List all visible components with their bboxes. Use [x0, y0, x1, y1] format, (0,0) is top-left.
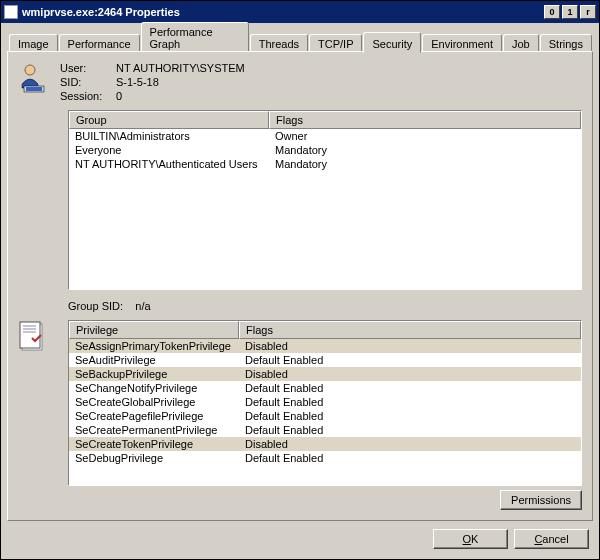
tab-tcp-ip[interactable]: TCP/IP: [309, 34, 362, 52]
table-row[interactable]: SeCreatePagefilePrivilegeDefault Enabled: [69, 409, 581, 423]
privilege-icon: [18, 320, 50, 510]
privilege-flags: Disabled: [239, 339, 581, 353]
privilege-flags: Default Enabled: [239, 353, 581, 367]
tab-strings[interactable]: Strings: [540, 34, 592, 52]
svg-point-0: [25, 65, 35, 75]
privilege-flags: Default Enabled: [239, 451, 581, 465]
group-name: NT AUTHORITY\Authenticated Users: [69, 157, 269, 171]
privilege-name: SeDebugPrivilege: [69, 451, 239, 465]
table-row[interactable]: BUILTIN\AdministratorsOwner: [69, 129, 581, 143]
tab-performance[interactable]: Performance: [59, 34, 140, 52]
permissions-button[interactable]: Permissions: [500, 490, 582, 510]
group-name: BUILTIN\Administrators: [69, 129, 269, 143]
ok-button[interactable]: OK: [433, 529, 508, 549]
maximize-button[interactable]: 1: [562, 5, 578, 19]
table-row[interactable]: SeBackupPrivilegeDisabled: [69, 367, 581, 381]
security-info: User: NT AUTHORITY\SYSTEM SID: S-1-5-18 …: [60, 62, 245, 102]
app-icon: [4, 5, 18, 19]
group-sid-label: Group SID:: [68, 300, 123, 312]
privilege-name: SeCreatePermanentPrivilege: [69, 423, 239, 437]
group-flags: Mandatory: [269, 143, 581, 157]
privilege-name: SeBackupPrivilege: [69, 367, 239, 381]
user-label: User:: [60, 62, 110, 74]
tab-image[interactable]: Image: [9, 34, 58, 52]
privilege-name: SeAuditPrivilege: [69, 353, 239, 367]
privilege-flags: Disabled: [239, 367, 581, 381]
groups-header-flags[interactable]: Flags: [269, 111, 581, 129]
priv-header-flags[interactable]: Flags: [239, 321, 581, 339]
table-row[interactable]: SeAssignPrimaryTokenPrivilegeDisabled: [69, 339, 581, 353]
table-row[interactable]: SeAuditPrivilegeDefault Enabled: [69, 353, 581, 367]
group-name: Everyone: [69, 143, 269, 157]
tabstrip: ImagePerformancePerformance GraphThreads…: [7, 29, 593, 51]
sid-value: S-1-5-18: [116, 76, 245, 88]
privilege-flags: Default Enabled: [239, 381, 581, 395]
minimize-button[interactable]: 0: [544, 5, 560, 19]
close-button[interactable]: r: [580, 5, 596, 19]
groups-header-group[interactable]: Group: [69, 111, 269, 129]
table-row[interactable]: SeDebugPrivilegeDefault Enabled: [69, 451, 581, 465]
group-flags: Owner: [269, 129, 581, 143]
privilege-flags: Default Enabled: [239, 423, 581, 437]
tab-environment[interactable]: Environment: [422, 34, 502, 52]
session-value: 0: [116, 90, 245, 102]
table-row[interactable]: SeCreatePermanentPrivilegeDefault Enable…: [69, 423, 581, 437]
privilege-name: SeCreateTokenPrivilege: [69, 437, 239, 451]
privilege-flags: Default Enabled: [239, 395, 581, 409]
sid-label: SID:: [60, 76, 110, 88]
table-row[interactable]: SeCreateGlobalPrivilegeDefault Enabled: [69, 395, 581, 409]
privilege-flags: Disabled: [239, 437, 581, 451]
priv-header-privilege[interactable]: Privilege: [69, 321, 239, 339]
svg-rect-2: [26, 87, 42, 91]
privilege-name: SeCreateGlobalPrivilege: [69, 395, 239, 409]
security-tab-panel: User: NT AUTHORITY\SYSTEM SID: S-1-5-18 …: [7, 51, 593, 521]
session-label: Session:: [60, 90, 110, 102]
properties-window: wmiprvse.exe:2464 Properties 0 1 r Image…: [0, 0, 600, 560]
table-row[interactable]: NT AUTHORITY\Authenticated UsersMandator…: [69, 157, 581, 171]
table-row[interactable]: SeChangeNotifyPrivilegeDefault Enabled: [69, 381, 581, 395]
group-sid-value: n/a: [135, 300, 150, 312]
titlebar[interactable]: wmiprvse.exe:2464 Properties 0 1 r: [1, 1, 599, 23]
groups-list[interactable]: Group Flags BUILTIN\AdministratorsOwnerE…: [68, 110, 582, 290]
privileges-list[interactable]: Privilege Flags SeAssignPrimaryTokenPriv…: [68, 320, 582, 486]
user-icon: [18, 62, 50, 94]
dialog-buttons: OK Cancel: [7, 521, 593, 553]
tab-threads[interactable]: Threads: [250, 34, 308, 52]
user-value: NT AUTHORITY\SYSTEM: [116, 62, 245, 74]
cancel-button[interactable]: Cancel: [514, 529, 589, 549]
table-row[interactable]: EveryoneMandatory: [69, 143, 581, 157]
tab-job[interactable]: Job: [503, 34, 539, 52]
tab-performance-graph[interactable]: Performance Graph: [141, 22, 249, 52]
privilege-name: SeCreatePagefilePrivilege: [69, 409, 239, 423]
group-flags: Mandatory: [269, 157, 581, 171]
table-row[interactable]: SeCreateTokenPrivilegeDisabled: [69, 437, 581, 451]
privilege-flags: Default Enabled: [239, 409, 581, 423]
window-title: wmiprvse.exe:2464 Properties: [22, 6, 542, 18]
privilege-name: SeAssignPrimaryTokenPrivilege: [69, 339, 239, 353]
privilege-name: SeChangeNotifyPrivilege: [69, 381, 239, 395]
tab-security[interactable]: Security: [363, 32, 421, 53]
